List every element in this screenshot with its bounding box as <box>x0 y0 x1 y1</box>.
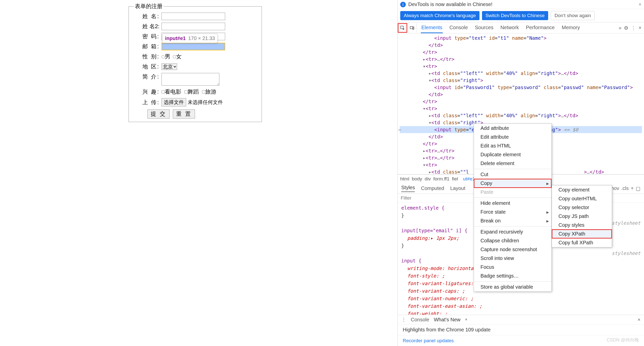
context-menu-main[interactable]: Add attributeEdit attributeEdit as HTMLD… <box>474 124 552 292</box>
match-language-button[interactable]: Always match Chrome's language <box>400 11 479 20</box>
devtools-info-bar: i DevTools is now available in Chinese! … <box>398 0 644 9</box>
dom-line[interactable]: ▸<tr>…</tr> <box>400 56 642 63</box>
file-none-text: 未选择任何文件 <box>188 99 223 106</box>
email-input[interactable] <box>162 43 225 50</box>
devtools-tabs: ElementsConsoleSourcesNetworkPerformance… <box>417 23 619 33</box>
computed-toggle-icon[interactable]: ▢ <box>636 185 640 191</box>
crumb[interactable]: form.ff1 <box>433 176 449 182</box>
label-name: 姓 名: <box>134 13 162 20</box>
tab-computed[interactable]: Computed <box>421 185 444 191</box>
more-tabs-icon[interactable]: » <box>619 25 621 31</box>
ctx-item-force-state[interactable]: Force state <box>474 208 551 216</box>
dom-line[interactable]: </tr> <box>400 49 642 56</box>
label-hobby: 兴 趣: <box>134 88 162 96</box>
form-legend: 表单的注册 <box>134 3 164 10</box>
ctx-item-paste[interactable]: Paste <box>474 188 551 197</box>
choose-file-button[interactable]: 选择文件 <box>162 98 186 106</box>
tab-styles[interactable]: Styles <box>401 185 415 192</box>
ctx-item-cut[interactable]: Cut <box>474 170 551 179</box>
ctx-item-edit-as-html[interactable]: Edit as HTML <box>474 141 551 150</box>
dom-line[interactable]: ▾<td class="right"> <box>400 77 642 84</box>
check-dance[interactable] <box>184 90 188 94</box>
ctx-item-duplicate-element[interactable]: Duplicate element <box>474 150 551 159</box>
close-drawer-icon[interactable]: × <box>637 317 640 323</box>
dom-line[interactable]: </td> <box>400 91 642 98</box>
ctx-item-collapse-children[interactable]: Collapse children <box>474 236 551 245</box>
device-toggle-icon[interactable] <box>407 23 417 33</box>
label-region: 地 区: <box>134 63 162 70</box>
ctx-item-focus[interactable]: Focus <box>474 263 551 272</box>
close-info-icon[interactable]: × <box>638 2 641 7</box>
check-travel[interactable] <box>202 90 205 94</box>
dom-line[interactable]: </td> <box>400 42 642 49</box>
ctx-item-edit-attribute[interactable]: Edit attribute <box>474 133 551 141</box>
inspect-tooltip: input#e1 170 × 21.33 <box>162 34 218 43</box>
tab-sources[interactable]: Sources <box>474 23 494 33</box>
ctx-item-scroll-into-view[interactable]: Scroll into view <box>474 254 551 263</box>
crumb[interactable]: body <box>412 176 422 182</box>
dom-line[interactable]: <input type="text" id="t1" name="Name"> <box>400 34 642 42</box>
check-movie[interactable] <box>162 90 165 94</box>
tab-elements[interactable]: Elements <box>421 23 443 33</box>
region-select[interactable]: 北京 <box>162 63 177 70</box>
ctx-item-delete-element[interactable]: Delete element <box>474 159 551 168</box>
dom-line[interactable]: </tr> <box>400 98 642 105</box>
ctx-item-copy[interactable]: Copy <box>474 179 551 188</box>
ctx-item-capture-node-screenshot[interactable]: Capture node screenshot <box>474 245 551 254</box>
dom-line[interactable]: <input id="Password1" type="password" cl… <box>400 84 642 91</box>
info-text: DevTools is now available in Chinese! <box>408 2 493 7</box>
ctx-item-copy-outerhtml[interactable]: Copy outerHTML <box>552 194 612 203</box>
drawer-tab-whatsnew[interactable]: What's New <box>434 317 460 323</box>
switch-language-button[interactable]: Switch DevTools to Chinese <box>482 11 548 20</box>
registration-form: 表单的注册 姓 名: 姓 名2: 密 码: 邮 箱: 性 别: 男 女 地 区:… <box>129 3 262 122</box>
ctx-item-copy-element[interactable]: Copy element <box>552 185 612 194</box>
crumb[interactable]: ut#e1 <box>463 176 475 182</box>
dom-line[interactable]: ▾<tr> <box>400 63 642 70</box>
ctx-item-hide-element[interactable]: Hide element <box>474 199 551 208</box>
ctx-item-copy-styles[interactable]: Copy styles <box>552 221 612 229</box>
ctx-item-expand-recursively[interactable]: Expand recursively <box>474 227 551 236</box>
ctx-item-badge-settings-[interactable]: Badge settings… <box>474 272 551 280</box>
ctx-item-copy-full-xpath[interactable]: Copy full XPath <box>552 238 612 247</box>
tab-performance[interactable]: Performance <box>526 23 555 33</box>
crumb[interactable]: div <box>425 176 431 182</box>
ctx-item-store-as-global-variable[interactable]: Store as global variable <box>474 283 551 291</box>
watermark: CSDN @何向晚 <box>607 337 639 343</box>
kebab-menu-icon[interactable]: ⋮ <box>631 25 636 31</box>
ctx-item-copy-selector[interactable]: Copy selector <box>552 203 612 212</box>
label-email: 邮 箱: <box>134 43 162 50</box>
dom-line[interactable]: ▸<td class=""left"" width="40%" align="r… <box>400 112 642 119</box>
dom-line[interactable]: ▾<tr> <box>400 105 642 112</box>
plus-icon[interactable]: + <box>631 185 634 191</box>
dom-line[interactable]: ▸<td class=""left"" width="40%" align="r… <box>400 70 642 77</box>
label-gender: 性 别: <box>134 53 162 60</box>
tab-console[interactable]: Console <box>449 23 468 33</box>
tab-memory[interactable]: Memory <box>561 23 580 33</box>
radio-female[interactable] <box>173 55 176 58</box>
ctx-item-add-attribute[interactable]: Add attribute <box>474 124 551 133</box>
ctx-item-copy-js-path[interactable]: Copy JS path <box>552 212 612 221</box>
settings-icon[interactable]: ⚙ <box>624 25 628 31</box>
drawer-tab-console[interactable]: Console <box>411 317 429 323</box>
crumb[interactable]: html <box>400 176 409 182</box>
reset-button[interactable]: 重 置 <box>173 109 195 119</box>
tab-layout[interactable]: Layout <box>450 185 465 191</box>
radio-male[interactable] <box>162 55 165 58</box>
inspect-element-icon[interactable] <box>398 23 407 33</box>
name-input[interactable] <box>162 13 225 20</box>
crumb[interactable]: fiel <box>452 176 458 182</box>
dismiss-banner-button[interactable]: Don't show again <box>551 11 595 20</box>
context-menu-copy[interactable]: Copy elementCopy outerHTMLCopy selectorC… <box>552 185 612 247</box>
ctx-item-break-on[interactable]: Break on <box>474 216 551 225</box>
intro-textarea[interactable] <box>162 73 219 86</box>
cls-icon[interactable]: .cls <box>621 185 629 191</box>
close-devtools-icon[interactable]: × <box>638 25 641 31</box>
tab-network[interactable]: Network <box>500 23 519 33</box>
name2-input[interactable] <box>162 23 225 30</box>
submit-button[interactable]: 提 交 <box>147 109 170 119</box>
label-name2: 姓 名2: <box>134 23 162 30</box>
page-content: 表单的注册 姓 名: 姓 名2: 密 码: 邮 箱: 性 别: 男 女 地 区:… <box>0 0 397 346</box>
drawer-menu-icon[interactable]: ⋮ <box>401 317 406 323</box>
ctx-item-copy-xpath[interactable]: Copy XPath <box>552 229 612 238</box>
close-tab-icon[interactable]: × <box>465 317 467 322</box>
